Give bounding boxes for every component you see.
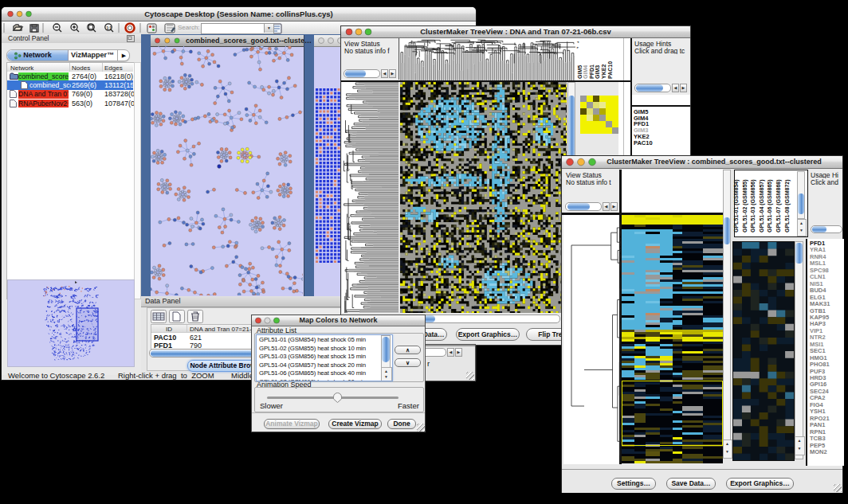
svg-text:1:1: 1:1 [107,26,112,30]
